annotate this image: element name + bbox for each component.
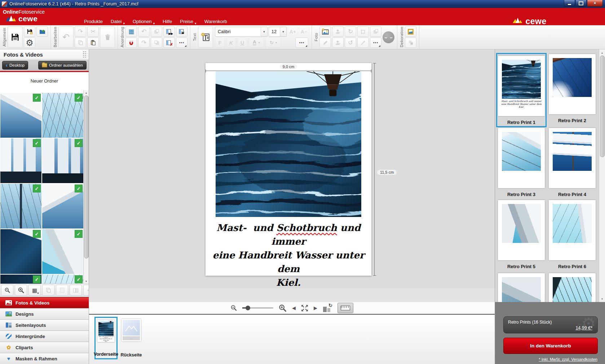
scroll-up-icon[interactable]: ▲ bbox=[599, 50, 605, 55]
photo-rotate-right-button[interactable]: ↻ bbox=[345, 26, 356, 37]
vat-footnote-link[interactable]: * Inkl. MwSt. zzgl. Versandkosten bbox=[539, 357, 597, 361]
retro-print-4-cell[interactable]: Retro Print 4 bbox=[548, 128, 597, 197]
scroll-up-icon[interactable]: ▲ bbox=[84, 90, 89, 95]
retro-print-page[interactable]: Mast- und Schotbruch und immer eine Hand… bbox=[206, 63, 371, 276]
maximize-button[interactable] bbox=[575, 0, 587, 7]
menu-optionen[interactable]: Optionen▾ bbox=[129, 18, 159, 25]
add-to-cart-button[interactable]: In den Warenkorb bbox=[503, 338, 598, 354]
photo-grid-scrollbar[interactable]: ▲ ▼ bbox=[83, 90, 89, 284]
save-as-button[interactable] bbox=[24, 26, 35, 37]
photo-thumbnail[interactable]: ✓ bbox=[0, 138, 41, 183]
zoom-out-icon[interactable] bbox=[230, 305, 237, 311]
photo-crop-button[interactable] bbox=[357, 26, 369, 37]
zoom-slider[interactable] bbox=[242, 307, 273, 308]
placeholder-button[interactable] bbox=[56, 285, 68, 296]
previous-page-button[interactable]: ◀ bbox=[292, 305, 296, 311]
edit-photo-button[interactable] bbox=[319, 37, 331, 48]
retro-print-3-cell[interactable]: Retro Print 3 bbox=[497, 128, 546, 197]
scroll-down-icon[interactable]: ▼ bbox=[84, 279, 89, 284]
font-family-select[interactable]: Calibri ▾ bbox=[215, 27, 268, 37]
print-photo[interactable] bbox=[216, 71, 361, 217]
rotate-left-button[interactable]: ↶ bbox=[138, 26, 150, 37]
minimize-button[interactable] bbox=[564, 0, 575, 7]
send-back-button[interactable] bbox=[151, 37, 162, 48]
retro-print-8-cell[interactable] bbox=[548, 273, 597, 302]
export-button[interactable] bbox=[36, 26, 48, 37]
rotate-view-button[interactable]: ↻ bbox=[322, 304, 332, 312]
zoom-in-thumbs-button[interactable] bbox=[15, 285, 27, 296]
photo-thumbnail[interactable]: ✓ bbox=[42, 229, 83, 274]
bring-forward-button[interactable] bbox=[151, 26, 162, 37]
menu-datei[interactable]: Datei▾ bbox=[107, 18, 129, 25]
add-text-button[interactable] bbox=[198, 26, 213, 48]
apply-to-all-button[interactable]: ▶▶ bbox=[163, 26, 175, 37]
face-add-button[interactable] bbox=[332, 37, 344, 48]
text-rotate-button[interactable]: ↻ ▾ bbox=[265, 37, 281, 48]
nav-cliparts[interactable]: ✿ Cliparts bbox=[0, 342, 89, 353]
italic-button[interactable]: K bbox=[226, 37, 236, 48]
move-photo-button[interactable] bbox=[83, 285, 89, 296]
fit-to-window-icon[interactable] bbox=[301, 304, 309, 312]
nav-fotos-videos[interactable]: Fotos & Videos bbox=[0, 297, 89, 308]
menu-warenkorb[interactable]: Warenkorb bbox=[200, 18, 231, 25]
next-page-button[interactable]: ▶ bbox=[314, 305, 317, 311]
increase-font-button[interactable]: A+ bbox=[288, 26, 298, 37]
back-to-desktop-button[interactable]: ‹ Desktop bbox=[2, 61, 28, 70]
menu-hilfe[interactable]: Hilfe bbox=[159, 18, 176, 25]
photo-thumbnail[interactable]: ✓ bbox=[42, 184, 83, 228]
snap-grid-button[interactable]: ▦ bbox=[125, 26, 137, 37]
text-more-button[interactable]: ••• bbox=[295, 37, 308, 48]
add-photo-button[interactable] bbox=[319, 26, 331, 37]
close-button[interactable]: × bbox=[587, 0, 603, 7]
nav-hintergruende[interactable]: Hintergründe bbox=[0, 330, 89, 342]
back-page-tab[interactable]: ··· bbox=[122, 319, 141, 341]
remove-from-all-button[interactable]: ✗ bbox=[163, 37, 175, 48]
photo-thumbnail[interactable]: ✓ bbox=[42, 138, 83, 183]
photo-more-button[interactable]: ••• bbox=[370, 37, 381, 48]
menu-preise[interactable]: Preise▾ bbox=[176, 18, 200, 25]
print-caption[interactable]: Mast- und Schotbruch und immer eine Hand… bbox=[206, 221, 371, 289]
face-remove-button[interactable] bbox=[332, 26, 344, 37]
zoom-in-icon[interactable] bbox=[278, 304, 287, 312]
copy-button[interactable] bbox=[75, 37, 86, 48]
scrollbar-thumb[interactable] bbox=[600, 56, 605, 157]
view-mode-button[interactable]: ▦▼ bbox=[28, 285, 41, 296]
retro-print-6-cell[interactable]: Retro Print 6 bbox=[548, 200, 597, 269]
retro-print-5-cell[interactable]: Retro Print 5 bbox=[497, 200, 546, 269]
copy-photo-button[interactable] bbox=[42, 285, 54, 296]
undo-button[interactable]: ↶ bbox=[58, 26, 74, 48]
photo-thumbnail[interactable]: ✓ bbox=[42, 275, 83, 284]
frame-button[interactable] bbox=[405, 26, 416, 37]
retro-print-1-cell[interactable]: Mast- und Schotbruch und immer eine Hand… bbox=[496, 53, 547, 127]
shapes-button[interactable] bbox=[405, 37, 416, 48]
photo-thumbnail[interactable]: ✓ bbox=[0, 229, 41, 274]
font-size-select[interactable]: 12 ▾ bbox=[269, 27, 287, 37]
scrollbar-thumb[interactable] bbox=[84, 96, 89, 258]
nav-designs[interactable]: Designs bbox=[0, 308, 89, 319]
bold-button[interactable]: F bbox=[215, 37, 225, 48]
product-price[interactable]: 14,99 €* bbox=[575, 325, 592, 330]
prints-scrollbar[interactable]: ▲ ▼ bbox=[599, 49, 605, 302]
ruler-toggle-button[interactable] bbox=[337, 303, 353, 313]
paste-button[interactable] bbox=[87, 37, 99, 48]
nav-masken-rahmen[interactable]: ♥ Masken & Rahmen bbox=[0, 353, 89, 364]
photo-layers-button[interactable] bbox=[370, 26, 381, 37]
settings-button[interactable]: ⚙ bbox=[24, 37, 35, 48]
choose-folder-button[interactable]: Ordner auswählen bbox=[38, 61, 87, 70]
photo-thumbnail[interactable]: ✓ bbox=[0, 184, 41, 228]
zoom-slider-knob[interactable] bbox=[246, 306, 250, 310]
delete-button[interactable] bbox=[100, 26, 115, 48]
nav-seitenlayouts[interactable]: Seitenlayouts bbox=[0, 319, 89, 330]
save-button[interactable] bbox=[8, 26, 23, 48]
save-layout-button[interactable] bbox=[176, 26, 187, 37]
rotate-photo-button[interactable] bbox=[70, 285, 82, 296]
photo-thumbnail[interactable]: ✓ bbox=[0, 275, 41, 284]
font-color-button[interactable]: A ▾ bbox=[248, 37, 264, 48]
retro-print-2-cell[interactable]: Retro Print 2 bbox=[548, 54, 597, 123]
photo-rotate-left-button[interactable]: ↺ bbox=[345, 37, 356, 48]
photo-thumbnail[interactable]: ✓ bbox=[42, 93, 83, 138]
photo-filter-button[interactable] bbox=[357, 37, 369, 48]
decrease-font-button[interactable]: A− bbox=[299, 26, 309, 37]
redo-button[interactable]: ↷ bbox=[75, 26, 86, 37]
photo-thumbnail[interactable]: ✓ bbox=[0, 93, 41, 138]
